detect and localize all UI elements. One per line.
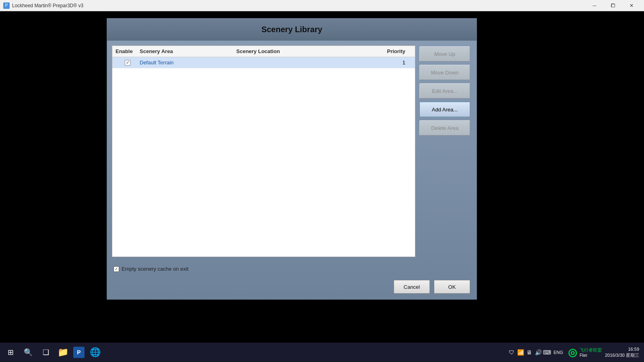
dialog-body: Enable Scenery Area Scenery Location Pri… [107,41,477,262]
search-icon: 🔍 [24,348,33,357]
start-button[interactable]: ⊞ [2,343,19,361]
titlebar: P Lockheed Martin® Prepar3D® v3 ─ ⧠ ✕ [0,0,644,11]
taskbar-right: 🛡 📶 🖥 🔊 ⌨ ENG ◎ 飞行者联盟 Flier 16:59 2016/3… [508,346,642,359]
close-button[interactable]: ✕ [622,0,641,11]
dialog-bottom: Empty scenery cache on exit [107,262,477,276]
brand-sub: Flier [580,353,602,358]
col-area-header: Scenery Area [140,48,236,54]
cache-label: Empty scenery cache on exit [122,266,188,272]
globe-taskbar-icon[interactable]: 🌐 [88,345,102,360]
cancel-button[interactable]: Cancel [394,280,430,294]
col-location-header: Scenery Location [236,48,380,54]
app-icon: P [3,2,10,9]
table-row[interactable]: Default Terrain 1 [112,57,415,68]
p3d-taskbar-icon[interactable]: P [72,345,86,360]
task-view-icon: ❑ [43,348,49,357]
enable-checkbox[interactable] [125,60,130,66]
col-priority-header: Priority [380,48,412,54]
network-tray-icon: 📶 [516,348,524,356]
start-icon: ⊞ [8,348,14,357]
brand-logo: ◎ [568,346,577,359]
col-enable-header: Enable [116,48,140,54]
window-controls: ─ ⧠ ✕ [585,0,641,11]
brand-info: 飞行者联盟 Flier [580,347,602,358]
titlebar-title: Lockheed Martin® Prepar3D® v3 [12,3,585,8]
chinese-brand: 飞行者联盟 [580,347,602,353]
row-area: Default Terrain [140,60,236,66]
time-display: 16:59 [605,346,639,352]
speaker-tray-icon: 🔊 [534,348,542,356]
dialog-footer: Cancel OK [107,276,477,299]
task-view-button[interactable]: ❑ [37,343,55,361]
cache-checkbox[interactable] [114,266,119,272]
delete-area-button[interactable]: Delete Area [419,120,470,136]
buttons-panel: Move Up Move Down Edit Area... Add Area.… [419,45,472,257]
move-up-button[interactable]: Move Up [419,46,470,62]
gpu-tray-icon: 🖥 [525,348,533,356]
row-priority: 1 [380,60,412,66]
ok-button[interactable]: OK [434,280,470,294]
lang-label: ENG [553,350,563,355]
move-down-button[interactable]: Move Down [419,65,470,80]
dialog-title-bar: Scenery Library [107,19,477,41]
row-enable [116,60,140,66]
shield-tray-icon: 🛡 [508,348,516,356]
clock: 16:59 2016/3/30 星期三 [605,346,639,359]
minimize-button[interactable]: ─ [585,0,604,11]
table-body: Default Terrain 1 [112,57,415,257]
folder-icon[interactable]: 📁 [56,345,70,360]
scenery-table-container: Enable Scenery Area Scenery Location Pri… [112,45,415,257]
search-button[interactable]: 🔍 [19,343,37,361]
add-area-button[interactable]: Add Area... [419,102,470,117]
table-header: Enable Scenery Area Scenery Location Pri… [112,46,415,57]
taskbar: ⊞ 🔍 ❑ 📁 P 🌐 🛡 📶 🖥 🔊 ⌨ ENG ◎ 飞行者联盟 Flier [0,343,644,362]
restore-button[interactable]: ⧠ [604,0,622,11]
edit-area-button[interactable]: Edit Area... [419,83,470,99]
scenery-library-dialog: Scenery Library Enable Scenery Area Scen… [107,18,477,300]
keyboard-tray-icon: ⌨ [543,348,551,356]
date-display: 2016/3/30 星期三 [605,352,639,358]
dialog-title: Scenery Library [261,25,322,34]
tray-area: 🛡 📶 🖥 🔊 ⌨ ENG [508,348,565,356]
